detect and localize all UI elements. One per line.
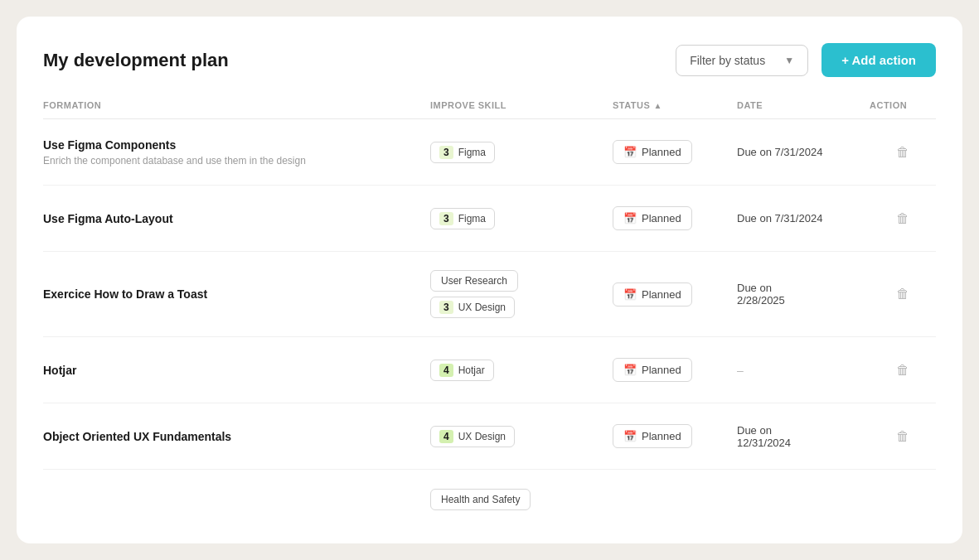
table-row: Exercice How to Draw a Toast User Resear… — [43, 252, 936, 337]
status-label: Planned — [642, 364, 681, 376]
skill-tag: 4 Hotjar — [430, 360, 494, 381]
filter-dropdown[interactable]: Filter by status ▼ — [676, 45, 808, 76]
action-col: 🗑 — [870, 360, 936, 381]
status-badge: 📅 Planned — [613, 358, 692, 382]
date-text: Due on12/31/2024 — [737, 424, 870, 449]
status-badge: 📅 Planned — [613, 206, 692, 230]
skill-tag: 3 UX Design — [430, 297, 515, 318]
skill-tag-plain: User Research — [430, 270, 518, 292]
skill-tag-plain: Health and Safety — [430, 489, 531, 510]
date-text: Due on2/28/2025 — [737, 282, 870, 307]
formation-info: Use Figma Auto-Layout — [43, 212, 430, 225]
table-row-partial: Health and Safety — [43, 470, 936, 511]
add-action-button[interactable]: + Add action — [821, 43, 936, 77]
table-row: Use Figma Auto-Layout 3 Figma 📅 Planned … — [43, 186, 936, 252]
filter-label: Filter by status — [690, 54, 765, 67]
formation-info: Hotjar — [43, 364, 430, 377]
calendar-icon: 📅 — [623, 212, 637, 224]
delete-button[interactable]: 🗑 — [893, 142, 913, 163]
status-cell: 📅 Planned — [613, 424, 737, 448]
table-row: Use Figma Components Enrich the componen… — [43, 119, 936, 186]
status-badge: 📅 Planned — [613, 140, 692, 164]
main-card: My development plan Filter by status ▼ +… — [17, 17, 962, 543]
calendar-icon: 📅 — [623, 288, 637, 301]
calendar-icon: 📅 — [623, 146, 637, 158]
skill-label: Hotjar — [458, 364, 485, 376]
chevron-down-icon: ▼ — [784, 55, 794, 66]
skill-label: User Research — [441, 275, 507, 287]
skill-tags: User Research 3 UX Design — [430, 270, 613, 318]
delete-button[interactable]: 🗑 — [893, 426, 913, 447]
calendar-icon: 📅 — [623, 364, 637, 376]
formation-title: Hotjar — [43, 364, 430, 377]
status-badge: 📅 Planned — [613, 282, 692, 307]
skill-level: 3 — [439, 146, 453, 159]
formation-info: Use Figma Components Enrich the componen… — [43, 138, 430, 167]
skill-label: UX Design — [458, 302, 506, 313]
action-col: 🗑 — [870, 426, 936, 447]
formation-desc: Enrich the component database and use th… — [43, 155, 430, 167]
add-action-label: + Add action — [841, 53, 916, 67]
table-header: FORMATION IMPROVE SKILL STATUS ▲ DATE AC… — [43, 100, 936, 119]
skill-level: 4 — [439, 430, 453, 443]
skill-label: UX Design — [458, 431, 506, 442]
delete-button[interactable]: 🗑 — [893, 360, 913, 381]
status-cell: 📅 Planned — [613, 358, 737, 382]
status-label: Planned — [642, 288, 681, 301]
table-row: Object Oriented UX Fundamentals 4 UX Des… — [43, 403, 936, 470]
skill-label: Figma — [458, 213, 486, 224]
formation-title: Object Oriented UX Fundamentals — [43, 430, 430, 443]
formation-title: Exercice How to Draw a Toast — [43, 287, 430, 301]
col-header-status[interactable]: STATUS ▲ — [613, 100, 737, 110]
formation-info: Exercice How to Draw a Toast — [43, 287, 430, 301]
skill-tags: 3 Figma — [430, 142, 613, 163]
skill-level: 3 — [439, 301, 453, 314]
date-text: – — [737, 364, 870, 377]
status-label: Planned — [642, 146, 681, 158]
col-header-formation: FORMATION — [43, 100, 430, 110]
col-header-action: ACTION — [870, 100, 936, 110]
date-text: Due on 7/31/2024 — [737, 146, 870, 158]
page-header: My development plan Filter by status ▼ +… — [43, 43, 936, 77]
delete-button[interactable]: 🗑 — [893, 283, 913, 305]
formation-title: Use Figma Components — [43, 138, 430, 152]
col-header-date: DATE — [737, 100, 870, 110]
col-header-skill: IMPROVE SKILL — [430, 100, 613, 110]
skill-level: 4 — [439, 364, 453, 377]
delete-button[interactable]: 🗑 — [893, 208, 913, 229]
skill-tags: Health and Safety — [430, 489, 613, 510]
skill-tag: 4 UX Design — [430, 426, 515, 447]
skill-tags: 4 UX Design — [430, 426, 613, 447]
status-badge: 📅 Planned — [613, 424, 692, 448]
skill-tags: 3 Figma — [430, 208, 613, 229]
skill-label: Health and Safety — [441, 494, 520, 505]
skill-label: Figma — [458, 147, 486, 158]
status-cell: 📅 Planned — [613, 206, 737, 230]
page-title: My development plan — [43, 50, 229, 71]
status-label: Planned — [642, 212, 681, 224]
sort-icon: ▲ — [653, 101, 662, 110]
skill-tag: 3 Figma — [430, 208, 495, 229]
calendar-icon: 📅 — [623, 430, 637, 442]
formation-title: Use Figma Auto-Layout — [43, 212, 430, 225]
header-actions: Filter by status ▼ + Add action — [676, 43, 936, 77]
formation-info: Object Oriented UX Fundamentals — [43, 430, 430, 443]
skill-tags: 4 Hotjar — [430, 360, 613, 381]
status-label: Planned — [642, 430, 681, 442]
skill-tag: 3 Figma — [430, 142, 495, 163]
table-row: Hotjar 4 Hotjar 📅 Planned – 🗑 — [43, 337, 936, 403]
action-col: 🗑 — [870, 142, 936, 163]
status-cell: 📅 Planned — [613, 282, 737, 307]
action-col: 🗑 — [870, 283, 936, 305]
status-cell: 📅 Planned — [613, 140, 737, 164]
action-col: 🗑 — [870, 208, 936, 229]
date-text: Due on 7/31/2024 — [737, 212, 870, 224]
skill-level: 3 — [439, 212, 453, 225]
